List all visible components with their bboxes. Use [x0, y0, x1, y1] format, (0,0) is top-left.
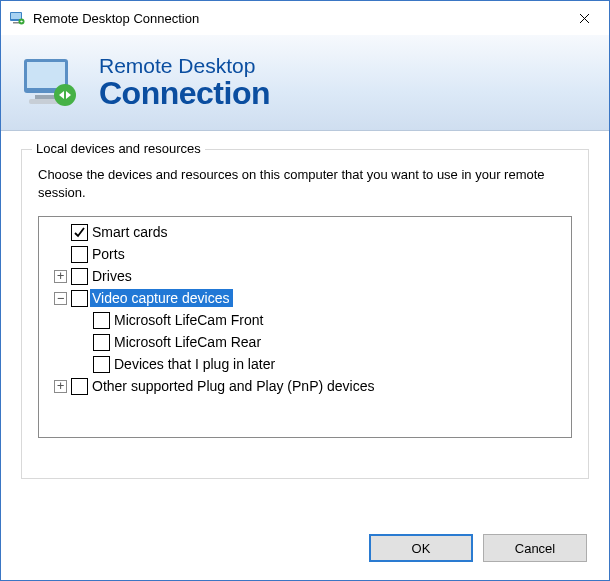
tree-item[interactable]: +Drives	[43, 265, 567, 287]
tree-item[interactable]: Smart cards	[43, 221, 567, 243]
collapse-icon[interactable]: −	[54, 292, 67, 305]
tree-checkbox[interactable]	[93, 356, 110, 373]
tree-item[interactable]: Ports	[43, 243, 567, 265]
tree-item[interactable]: −Video capture devices	[43, 287, 567, 309]
tree-checkbox[interactable]	[93, 312, 110, 329]
expand-icon[interactable]: +	[54, 380, 67, 393]
local-devices-groupbox: Local devices and resources Choose the d…	[21, 149, 589, 479]
svg-rect-2	[13, 22, 19, 24]
close-icon	[579, 13, 590, 24]
svg-rect-1	[11, 13, 21, 19]
banner-line2: Connection	[99, 77, 270, 111]
tree-item-label[interactable]: Devices that I plug in later	[112, 355, 278, 373]
tree-item-label[interactable]: Drives	[90, 267, 135, 285]
banner-app-icon	[19, 55, 81, 111]
titlebar: Remote Desktop Connection	[1, 1, 609, 35]
banner-line1: Remote Desktop	[99, 54, 270, 77]
tree-item-label[interactable]: Microsoft LifeCam Front	[112, 311, 266, 329]
banner: Remote Desktop Connection	[1, 35, 609, 131]
svg-rect-6	[35, 95, 57, 99]
svg-rect-5	[27, 62, 65, 88]
tree-item[interactable]: Microsoft LifeCam Rear	[43, 331, 567, 353]
tree-checkbox[interactable]	[71, 268, 88, 285]
tree-item-label[interactable]: Smart cards	[90, 223, 170, 241]
tree-checkbox[interactable]	[71, 378, 88, 395]
groupbox-description: Choose the devices and resources on this…	[38, 166, 572, 202]
dialog-window: Remote Desktop Connection Remote Desktop…	[0, 0, 610, 581]
tree-checkbox[interactable]	[71, 224, 88, 241]
banner-titles: Remote Desktop Connection	[99, 54, 270, 111]
close-button[interactable]	[561, 3, 607, 33]
tree-checkbox[interactable]	[71, 246, 88, 263]
groupbox-legend: Local devices and resources	[32, 141, 205, 156]
dialog-footer: OK Cancel	[1, 518, 609, 580]
tree-checkbox[interactable]	[71, 290, 88, 307]
tree-item[interactable]: +Other supported Plug and Play (PnP) dev…	[43, 375, 567, 397]
content-area: Local devices and resources Choose the d…	[1, 131, 609, 518]
cancel-button[interactable]: Cancel	[483, 534, 587, 562]
tree-item[interactable]: Devices that I plug in later	[43, 353, 567, 375]
titlebar-app-icon	[9, 10, 25, 26]
tree-checkbox[interactable]	[93, 334, 110, 351]
expand-icon[interactable]: +	[54, 270, 67, 283]
tree-item-label[interactable]: Other supported Plug and Play (PnP) devi…	[90, 377, 378, 395]
ok-button[interactable]: OK	[369, 534, 473, 562]
tree-item-label[interactable]: Ports	[90, 245, 128, 263]
device-tree[interactable]: Smart cardsPorts+Drives−Video capture de…	[38, 216, 572, 438]
svg-point-8	[54, 84, 76, 106]
titlebar-title: Remote Desktop Connection	[33, 11, 561, 26]
tree-item-label[interactable]: Microsoft LifeCam Rear	[112, 333, 264, 351]
tree-item[interactable]: Microsoft LifeCam Front	[43, 309, 567, 331]
tree-item-label[interactable]: Video capture devices	[90, 289, 233, 307]
